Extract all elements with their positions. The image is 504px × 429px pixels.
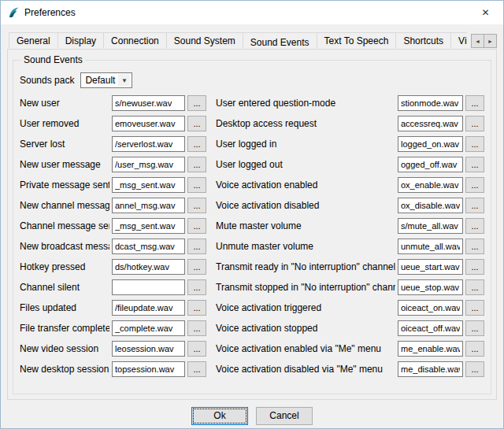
event-label-left: Channel silent [20,282,109,293]
event-file-input-left[interactable] [112,259,185,275]
event-file-input-left[interactable] [112,239,185,254]
sound-event-row: Files updated...Voice activation trigger… [20,300,484,316]
event-file-input-left[interactable] [112,300,185,316]
event-file-input-left[interactable] [112,218,185,234]
browse-button-left[interactable]: ... [187,259,206,275]
preferences-window: Preferences ✕ GeneralDisplayConnectionSo… [0,0,504,429]
event-label-right: User logged in [216,139,395,150]
event-file-input-left[interactable] [112,198,185,213]
cancel-button[interactable]: Cancel [256,407,313,425]
tab-scroll-spinner: ◄ ► [471,34,497,48]
event-file-input-right[interactable] [398,177,463,193]
browse-button-right[interactable]: ... [465,116,484,131]
tab-connection[interactable]: Connection [103,32,167,48]
browse-button-left[interactable]: ... [187,95,206,111]
browse-button-left[interactable]: ... [187,157,206,172]
browse-button-left[interactable]: ... [187,320,206,336]
browse-button-right[interactable]: ... [465,320,484,336]
event-label-right: Desktop access request [216,118,395,129]
event-file-input-right[interactable] [398,218,463,234]
browse-button-right[interactable]: ... [465,95,484,111]
tab-sound-system[interactable]: Sound System [166,32,243,48]
event-file-input-left[interactable] [112,361,185,377]
browse-button-left[interactable]: ... [187,177,206,193]
sounds-pack-select[interactable]: Default ▼ [80,72,132,88]
event-file-input-right[interactable] [398,95,463,111]
event-label-right: Unmute master volume [216,241,395,252]
event-file-input-right[interactable] [398,136,463,152]
tab-general[interactable]: General [9,32,58,48]
browse-button-right[interactable]: ... [465,259,484,275]
event-label-left: New video session [20,343,109,354]
event-file-input-left[interactable] [112,279,185,295]
sound-events-tab-page: Sound Events Sounds pack Default ▼ New u… [7,49,497,400]
event-file-input-right[interactable] [398,361,463,377]
browse-button-right[interactable]: ... [465,341,484,357]
browse-button-right[interactable]: ... [465,361,484,377]
tab-scroll-left-button[interactable]: ◄ [471,34,484,48]
event-file-input-right[interactable] [398,198,463,213]
ok-button[interactable]: Ok [191,407,248,425]
event-file-input-left[interactable] [112,95,185,111]
event-label-left: New user [20,98,109,109]
browse-button-right[interactable]: ... [465,177,484,193]
dialog-footer: Ok Cancel [7,400,497,429]
tab-sound-events[interactable]: Sound Events [243,32,317,49]
event-label-left: Server lost [20,139,109,150]
arrow-left-icon: ◄ [475,39,480,44]
event-file-input-right[interactable] [398,341,463,357]
sound-event-row: New user message...User logged out... [20,157,484,172]
app-icon [7,6,20,19]
event-file-input-right[interactable] [398,320,463,336]
event-label-left: New user message [20,159,109,170]
browse-button-left[interactable]: ... [187,279,206,295]
browse-button-right[interactable]: ... [465,198,484,213]
browse-button-left[interactable]: ... [187,136,206,152]
tabs-container: GeneralDisplayConnectionSound SystemSoun… [9,32,467,49]
browse-button-right[interactable]: ... [465,136,484,152]
event-file-input-left[interactable] [112,157,185,172]
tab-shortcuts[interactable]: Shortcuts [395,32,451,48]
browse-button-right[interactable]: ... [465,239,484,254]
browse-button-left[interactable]: ... [187,341,206,357]
event-file-input-left[interactable] [112,136,185,152]
sound-event-row: New user...User entered question-mode... [20,95,484,111]
sound-event-row: User removed...Desktop access request... [20,116,484,131]
browse-button-right[interactable]: ... [465,157,484,172]
browse-button-right[interactable]: ... [465,218,484,234]
event-file-input-right[interactable] [398,300,463,316]
browse-button-left[interactable]: ... [187,198,206,213]
browse-button-right[interactable]: ... [465,300,484,316]
sounds-pack-value: Default [85,75,115,86]
sound-event-row: Private message sent...Voice activation … [20,177,484,193]
event-file-input-right[interactable] [398,116,463,131]
close-button[interactable]: ✕ [468,2,503,24]
sound-event-rows: New user...User entered question-mode...… [20,95,484,377]
tab-text-to-speech[interactable]: Text To Speech [317,32,397,48]
browse-button-left[interactable]: ... [187,300,206,316]
sound-event-row: Hotkey pressed...Transmit ready in "No i… [20,259,484,275]
event-file-input-left[interactable] [112,341,185,357]
event-label-left: New channel message [20,200,109,211]
browse-button-right[interactable]: ... [465,279,484,295]
browse-button-left[interactable]: ... [187,361,206,377]
event-label-left: Files updated [20,302,109,313]
event-label-left: Private message sent [20,179,109,190]
tab-scroll-right-button[interactable]: ► [484,34,497,48]
browse-button-left[interactable]: ... [187,218,206,234]
event-label-right: Mute master volume [216,220,395,231]
browse-button-left[interactable]: ... [187,116,206,131]
event-file-input-right[interactable] [398,239,463,254]
event-file-input-right[interactable] [398,279,463,295]
event-file-input-left[interactable] [112,177,185,193]
tab-display[interactable]: Display [57,32,104,48]
event-label-right: User logged out [216,159,395,170]
event-file-input-left[interactable] [112,116,185,131]
browse-button-left[interactable]: ... [187,239,206,254]
event-label-right: Voice activation stopped [216,323,395,334]
event-file-input-left[interactable] [112,320,185,336]
event-file-input-right[interactable] [398,259,463,275]
tab-video[interactable]: Video [450,32,467,48]
sound-event-row: New video session...Voice activation ena… [20,341,484,357]
event-file-input-right[interactable] [398,157,463,172]
